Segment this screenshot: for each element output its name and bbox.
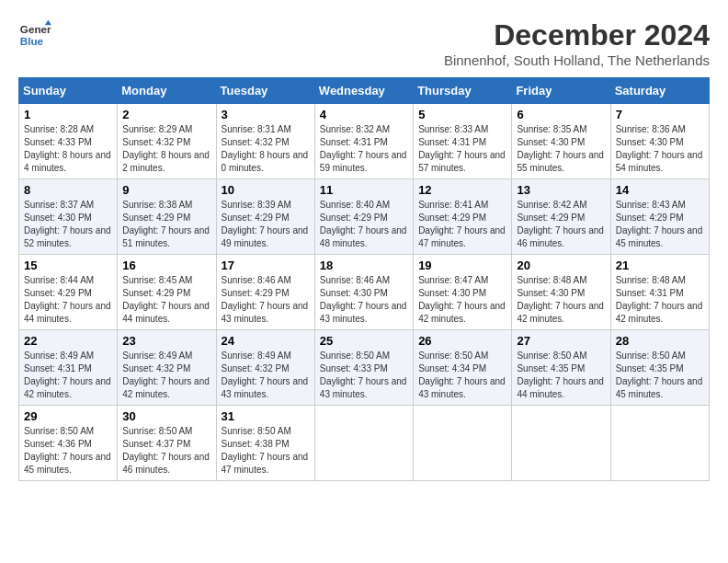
day-info: Sunrise: 8:37 AMSunset: 4:30 PMDaylight:… xyxy=(24,200,111,248)
day-info: Sunrise: 8:50 AMSunset: 4:34 PMDaylight:… xyxy=(418,350,506,399)
day-info: Sunrise: 8:50 AMSunset: 4:37 PMDaylight:… xyxy=(122,426,210,475)
day-number: 25 xyxy=(320,334,408,348)
day-number: 18 xyxy=(320,259,408,272)
day-number: 29 xyxy=(24,409,112,423)
day-info: Sunrise: 8:29 AMSunset: 4:32 PMDaylight:… xyxy=(122,124,210,173)
calendar-cell: 4 Sunrise: 8:32 AMSunset: 4:31 PMDayligh… xyxy=(314,104,413,179)
calendar-cell: 7 Sunrise: 8:36 AMSunset: 4:30 PMDayligh… xyxy=(610,104,709,179)
day-number: 8 xyxy=(24,183,112,197)
day-info: Sunrise: 8:50 AMSunset: 4:38 PMDaylight:… xyxy=(222,426,309,475)
calendar-cell: 2 Sunrise: 8:29 AMSunset: 4:32 PMDayligh… xyxy=(118,104,216,179)
calendar-cell: 23 Sunrise: 8:49 AMSunset: 4:32 PMDaylig… xyxy=(118,330,216,406)
day-info: Sunrise: 8:49 AMSunset: 4:31 PMDaylight:… xyxy=(24,350,111,399)
calendar-cell: 30 Sunrise: 8:50 AMSunset: 4:37 PMDaylig… xyxy=(118,406,216,481)
calendar-cell xyxy=(610,406,709,481)
day-number: 23 xyxy=(122,334,210,348)
day-info: Sunrise: 8:38 AMSunset: 4:29 PMDaylight:… xyxy=(122,200,210,248)
title-area: December 2024 Binnenhof, South Holland, … xyxy=(444,18,710,68)
day-number: 14 xyxy=(616,183,704,197)
calendar-cell: 21 Sunrise: 8:48 AMSunset: 4:31 PMDaylig… xyxy=(610,255,709,330)
weekday-header-saturday: Saturday xyxy=(610,78,709,104)
calendar-cell: 26 Sunrise: 8:50 AMSunset: 4:34 PMDaylig… xyxy=(414,330,512,406)
calendar-cell: 25 Sunrise: 8:50 AMSunset: 4:33 PMDaylig… xyxy=(314,330,413,406)
calendar-cell: 27 Sunrise: 8:50 AMSunset: 4:35 PMDaylig… xyxy=(512,330,610,406)
calendar-cell: 18 Sunrise: 8:46 AMSunset: 4:30 PMDaylig… xyxy=(314,255,413,330)
day-info: Sunrise: 8:48 AMSunset: 4:31 PMDaylight:… xyxy=(616,275,703,324)
day-info: Sunrise: 8:50 AMSunset: 4:35 PMDaylight:… xyxy=(616,350,703,399)
weekday-header-monday: Monday xyxy=(118,78,216,104)
calendar-cell: 15 Sunrise: 8:44 AMSunset: 4:29 PMDaylig… xyxy=(19,255,118,330)
day-number: 11 xyxy=(320,183,408,197)
logo-icon: General Blue xyxy=(18,18,51,52)
month-title: December 2024 xyxy=(444,18,710,52)
weekday-header-wednesday: Wednesday xyxy=(314,78,413,104)
day-number: 17 xyxy=(222,259,310,272)
weekday-header-sunday: Sunday xyxy=(19,78,118,104)
day-number: 21 xyxy=(616,259,704,272)
calendar-body: 1 Sunrise: 8:28 AMSunset: 4:33 PMDayligh… xyxy=(19,104,710,481)
calendar-week-row: 8 Sunrise: 8:37 AMSunset: 4:30 PMDayligh… xyxy=(19,179,710,255)
calendar-cell: 22 Sunrise: 8:49 AMSunset: 4:31 PMDaylig… xyxy=(19,330,118,406)
day-number: 19 xyxy=(418,259,506,272)
day-info: Sunrise: 8:49 AMSunset: 4:32 PMDaylight:… xyxy=(222,350,309,399)
calendar-cell: 16 Sunrise: 8:45 AMSunset: 4:29 PMDaylig… xyxy=(118,255,216,330)
calendar-week-row: 22 Sunrise: 8:49 AMSunset: 4:31 PMDaylig… xyxy=(19,330,710,406)
day-number: 1 xyxy=(24,108,112,121)
day-info: Sunrise: 8:50 AMSunset: 4:33 PMDaylight:… xyxy=(320,350,407,399)
day-info: Sunrise: 8:48 AMSunset: 4:30 PMDaylight:… xyxy=(517,275,604,324)
day-info: Sunrise: 8:50 AMSunset: 4:36 PMDaylight:… xyxy=(24,426,111,475)
calendar-cell: 10 Sunrise: 8:39 AMSunset: 4:29 PMDaylig… xyxy=(216,179,314,255)
calendar-cell: 17 Sunrise: 8:46 AMSunset: 4:29 PMDaylig… xyxy=(216,255,314,330)
day-number: 15 xyxy=(24,259,112,272)
calendar-cell: 31 Sunrise: 8:50 AMSunset: 4:38 PMDaylig… xyxy=(216,406,314,481)
day-info: Sunrise: 8:35 AMSunset: 4:30 PMDaylight:… xyxy=(517,124,604,173)
calendar-cell: 11 Sunrise: 8:40 AMSunset: 4:29 PMDaylig… xyxy=(314,179,413,255)
day-number: 6 xyxy=(517,108,605,121)
day-number: 31 xyxy=(222,409,310,423)
calendar-cell: 20 Sunrise: 8:48 AMSunset: 4:30 PMDaylig… xyxy=(512,255,610,330)
day-number: 20 xyxy=(517,259,605,272)
day-info: Sunrise: 8:28 AMSunset: 4:33 PMDaylight:… xyxy=(24,124,111,173)
calendar-cell xyxy=(314,406,413,481)
calendar-cell: 8 Sunrise: 8:37 AMSunset: 4:30 PMDayligh… xyxy=(19,179,118,255)
day-info: Sunrise: 8:50 AMSunset: 4:35 PMDaylight:… xyxy=(517,350,604,399)
day-number: 2 xyxy=(122,108,210,121)
day-number: 7 xyxy=(616,108,704,121)
day-number: 13 xyxy=(517,183,605,197)
weekday-header-friday: Friday xyxy=(512,78,610,104)
day-number: 12 xyxy=(418,183,506,197)
calendar-cell: 3 Sunrise: 8:31 AMSunset: 4:32 PMDayligh… xyxy=(216,104,314,179)
calendar-cell: 6 Sunrise: 8:35 AMSunset: 4:30 PMDayligh… xyxy=(512,104,610,179)
calendar-week-row: 1 Sunrise: 8:28 AMSunset: 4:33 PMDayligh… xyxy=(19,104,710,179)
day-info: Sunrise: 8:40 AMSunset: 4:29 PMDaylight:… xyxy=(320,200,407,248)
calendar-cell: 5 Sunrise: 8:33 AMSunset: 4:31 PMDayligh… xyxy=(414,104,512,179)
calendar-week-row: 15 Sunrise: 8:44 AMSunset: 4:29 PMDaylig… xyxy=(19,255,710,330)
calendar-cell: 12 Sunrise: 8:41 AMSunset: 4:29 PMDaylig… xyxy=(414,179,512,255)
calendar-cell: 28 Sunrise: 8:50 AMSunset: 4:35 PMDaylig… xyxy=(610,330,709,406)
day-info: Sunrise: 8:41 AMSunset: 4:29 PMDaylight:… xyxy=(418,200,506,248)
weekday-header-tuesday: Tuesday xyxy=(216,78,314,104)
calendar-cell: 29 Sunrise: 8:50 AMSunset: 4:36 PMDaylig… xyxy=(19,406,118,481)
day-number: 4 xyxy=(320,108,408,121)
calendar-cell: 24 Sunrise: 8:49 AMSunset: 4:32 PMDaylig… xyxy=(216,330,314,406)
day-info: Sunrise: 8:46 AMSunset: 4:30 PMDaylight:… xyxy=(320,275,407,324)
svg-text:Blue: Blue xyxy=(20,35,44,47)
day-info: Sunrise: 8:31 AMSunset: 4:32 PMDaylight:… xyxy=(222,124,309,173)
day-number: 16 xyxy=(122,259,210,272)
day-number: 26 xyxy=(418,334,506,348)
day-info: Sunrise: 8:49 AMSunset: 4:32 PMDaylight:… xyxy=(122,350,210,399)
calendar-cell xyxy=(512,406,610,481)
page-header: General Blue December 2024 Binnenhof, So… xyxy=(18,18,710,68)
location-subtitle: Binnenhof, South Holland, The Netherland… xyxy=(444,52,710,68)
day-info: Sunrise: 8:32 AMSunset: 4:31 PMDaylight:… xyxy=(320,124,407,173)
day-number: 27 xyxy=(517,334,605,348)
day-info: Sunrise: 8:42 AMSunset: 4:29 PMDaylight:… xyxy=(517,200,604,248)
day-number: 5 xyxy=(418,108,506,121)
day-info: Sunrise: 8:44 AMSunset: 4:29 PMDaylight:… xyxy=(24,275,111,324)
calendar-cell: 1 Sunrise: 8:28 AMSunset: 4:33 PMDayligh… xyxy=(19,104,118,179)
logo: General Blue xyxy=(18,18,51,52)
calendar-cell: 19 Sunrise: 8:47 AMSunset: 4:30 PMDaylig… xyxy=(414,255,512,330)
day-info: Sunrise: 8:45 AMSunset: 4:29 PMDaylight:… xyxy=(122,275,210,324)
calendar-week-row: 29 Sunrise: 8:50 AMSunset: 4:36 PMDaylig… xyxy=(19,406,710,481)
day-info: Sunrise: 8:36 AMSunset: 4:30 PMDaylight:… xyxy=(616,124,703,173)
